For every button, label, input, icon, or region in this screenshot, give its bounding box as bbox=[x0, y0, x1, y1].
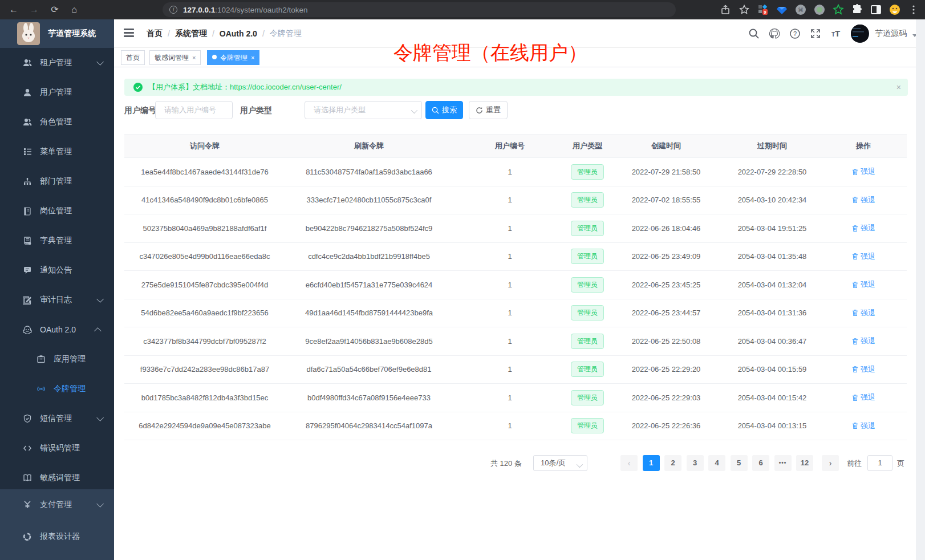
page-button-12[interactable]: 12 bbox=[796, 455, 813, 471]
sidebar-item-label: 审计日志 bbox=[40, 295, 72, 305]
force-logout-button[interactable]: 强退 bbox=[851, 364, 875, 375]
search-icon[interactable] bbox=[748, 28, 760, 39]
force-logout-label: 强退 bbox=[861, 421, 875, 431]
reset-button[interactable]: 重置 bbox=[469, 101, 508, 119]
force-logout-button[interactable]: 强退 bbox=[851, 195, 875, 205]
record-extension-icon[interactable] bbox=[814, 4, 825, 15]
user-id-input[interactable]: 请输入用户编号 bbox=[155, 101, 233, 119]
fullscreen-icon[interactable] bbox=[810, 28, 821, 39]
bookmark-star-icon[interactable] bbox=[739, 4, 750, 15]
force-logout-button[interactable]: 强退 bbox=[851, 392, 875, 403]
user-name[interactable]: 芋道源码 bbox=[875, 29, 907, 39]
refresh-token-cell: 8796295f04064c2983414cc54af1097a bbox=[285, 412, 453, 440]
pagination: 共 120 条 10条/页 ‹ 123456•••12 › 前往 1 页 bbox=[114, 455, 907, 471]
force-logout-button[interactable]: 强退 bbox=[851, 223, 875, 233]
force-logout-button[interactable]: 强退 bbox=[851, 336, 875, 346]
breadcrumb-item[interactable]: 系统管理 bbox=[175, 29, 207, 39]
prev-page-button[interactable]: ‹ bbox=[620, 455, 638, 471]
goto-page-input[interactable]: 1 bbox=[867, 455, 892, 471]
alert-close-icon[interactable]: × bbox=[896, 83, 901, 91]
user-avatar[interactable] bbox=[851, 25, 869, 43]
page-size-select[interactable]: 10条/页 bbox=[533, 455, 587, 471]
sidebar-item-错误码管理[interactable]: 错误码管理 bbox=[0, 433, 114, 463]
sidebar-item-应用管理[interactable]: 应用管理 bbox=[0, 344, 114, 374]
browser-back-icon[interactable]: ← bbox=[8, 4, 19, 15]
refresh-token-cell: 9ce8ef2aa9f14056b831ae9b608e28d5 bbox=[285, 327, 453, 356]
user-type-badge: 管理员 bbox=[571, 277, 604, 293]
force-logout-button[interactable]: 强退 bbox=[851, 251, 875, 262]
force-logout-label: 强退 bbox=[861, 195, 875, 205]
force-logout-button[interactable]: 强退 bbox=[851, 421, 875, 431]
user-type-cell: 管理员 bbox=[567, 214, 608, 243]
sidebar-item-用户管理[interactable]: 用户管理 bbox=[0, 78, 114, 107]
sidepanel-icon[interactable] bbox=[870, 4, 882, 15]
sidebar-item-租户管理[interactable]: 租户管理 bbox=[0, 48, 114, 78]
sidebar-item-短信管理[interactable]: 短信管理 bbox=[0, 404, 114, 433]
tab-close-icon[interactable]: × bbox=[192, 54, 196, 61]
user-type-cell: 管理员 bbox=[567, 327, 608, 356]
page-button-1[interactable]: 1 bbox=[643, 455, 660, 471]
logo-bar[interactable]: 芋道管理系统 bbox=[0, 19, 114, 48]
doc-link[interactable]: https://doc.iocoder.cn/user-center/ bbox=[230, 83, 342, 91]
users-icon bbox=[23, 58, 32, 67]
browser-forward-icon[interactable]: → bbox=[29, 4, 40, 15]
sidebar-item-角色管理[interactable]: 角色管理 bbox=[0, 107, 114, 137]
font-size-icon[interactable]: TT bbox=[830, 28, 842, 39]
sidebar-item-字典管理[interactable]: 字典管理 bbox=[0, 226, 114, 255]
sidebar-item-部门管理[interactable]: 部门管理 bbox=[0, 167, 114, 196]
extension-grid-icon[interactable]: 9 bbox=[757, 4, 769, 15]
search-button[interactable]: 搜索 bbox=[425, 101, 463, 119]
force-logout-button[interactable]: 强退 bbox=[851, 279, 875, 290]
browser-menu-icon[interactable] bbox=[908, 4, 919, 15]
sidebar-item-通知公告[interactable]: 通知公告 bbox=[0, 255, 114, 285]
user-id-cell: 1 bbox=[453, 384, 567, 412]
create-time-cell: 2022-06-25 22:29:20 bbox=[608, 355, 724, 384]
share-icon[interactable] bbox=[720, 4, 731, 15]
trash-icon bbox=[851, 196, 859, 204]
sidebar-item-支付管理[interactable]: 支付管理 bbox=[0, 490, 114, 520]
page-button-5[interactable]: 5 bbox=[731, 455, 748, 471]
profile-avatar-icon[interactable] bbox=[889, 4, 900, 15]
breadcrumb-item[interactable]: OAuth 2.0 bbox=[220, 29, 257, 38]
sidebar-item-敏感词管理[interactable]: 敏感词管理 bbox=[0, 463, 114, 493]
gem-extension-icon[interactable] bbox=[776, 4, 788, 15]
force-logout-label: 强退 bbox=[861, 336, 875, 346]
pager-ellipsis[interactable]: ••• bbox=[774, 455, 792, 471]
force-logout-button[interactable]: 强退 bbox=[851, 308, 875, 318]
browser-home-icon[interactable]: ⌂ bbox=[68, 4, 80, 15]
puzzle-extensions-icon[interactable] bbox=[851, 4, 863, 15]
col-header-过期时间: 过期时间 bbox=[724, 135, 820, 158]
user-id-label: 用户编号 bbox=[124, 101, 156, 119]
access-token-cell: c342377bf8b344799dcbf7bf095287f2 bbox=[124, 327, 285, 356]
user-type-select[interactable]: 请选择用户类型 bbox=[305, 101, 422, 119]
browser-reload-icon[interactable]: ⟳ bbox=[49, 4, 60, 15]
sidebar-collapse-icon[interactable] bbox=[124, 29, 134, 38]
tab-令牌管理[interactable]: 令牌管理× bbox=[207, 50, 259, 65]
sidebar-item-审计日志[interactable]: 审计日志 bbox=[0, 285, 114, 315]
next-page-button[interactable]: › bbox=[822, 455, 839, 471]
github-icon[interactable] bbox=[769, 28, 780, 39]
sidebar-item-菜单管理[interactable]: 菜单管理 bbox=[0, 137, 114, 167]
oauth-icon bbox=[23, 325, 32, 334]
address-bar[interactable]: i 127.0.0.1:1024/system/oauth2/token bbox=[163, 2, 676, 17]
sidebar-item-报表设计器[interactable]: 报表设计器 bbox=[0, 522, 114, 551]
sidebar-menu: 租户管理用户管理角色管理菜单管理部门管理岗位管理字典管理通知公告审计日志OAut… bbox=[0, 48, 114, 489]
help-icon[interactable]: ? bbox=[789, 28, 801, 39]
page-button-3[interactable]: 3 bbox=[687, 455, 704, 471]
page-button-4[interactable]: 4 bbox=[708, 455, 725, 471]
page-button-6[interactable]: 6 bbox=[752, 455, 769, 471]
command-extension-icon[interactable]: ⌘ bbox=[795, 4, 806, 15]
page-button-2[interactable]: 2 bbox=[664, 455, 681, 471]
star-extension-icon[interactable] bbox=[833, 4, 844, 15]
sidebar-item-label: 字典管理 bbox=[40, 236, 72, 246]
breadcrumb-item[interactable]: 首页 bbox=[147, 29, 163, 39]
sidebar-item-OAuth 2.0[interactable]: OAuth 2.0 bbox=[0, 315, 114, 344]
tab-敏感词管理[interactable]: 敏感词管理× bbox=[149, 50, 201, 65]
tab-close-icon[interactable]: × bbox=[251, 54, 254, 61]
sidebar-item-岗位管理[interactable]: 岗位管理 bbox=[0, 196, 114, 226]
force-logout-button[interactable]: 强退 bbox=[851, 167, 875, 177]
site-info-icon[interactable]: i bbox=[169, 6, 177, 14]
tab-首页[interactable]: 首页 bbox=[121, 50, 145, 65]
page-scrollbar-track[interactable] bbox=[916, 19, 925, 560]
sidebar-item-令牌管理[interactable]: 令牌管理 bbox=[0, 374, 114, 404]
